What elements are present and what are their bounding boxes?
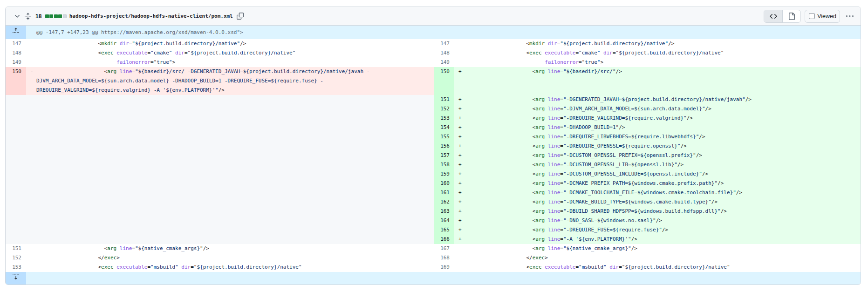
viewed-toggle[interactable]: Viewed <box>805 10 840 23</box>
left-code-empty <box>26 114 434 123</box>
rich-diff-view-button[interactable] <box>782 10 800 22</box>
left-line-number[interactable]: 147 <box>6 39 26 48</box>
code-line: <exec executable="cmake" dir="${project.… <box>36 48 429 58</box>
diffstat-square-added <box>54 14 58 18</box>
code-line: <arg line="${basedir}/src/"/> <box>465 67 856 76</box>
diff-view-segmented-control <box>764 10 801 23</box>
viewed-checkbox[interactable] <box>809 13 815 19</box>
left-line-number[interactable]: 153 <box>6 263 26 272</box>
right-line-number[interactable]: 168 <box>434 253 454 263</box>
right-line-number[interactable]: 165 <box>434 225 454 235</box>
code-line: </exec> <box>465 253 856 263</box>
diff-marker: + <box>458 197 462 207</box>
left-line-number[interactable]: 152 <box>6 253 26 263</box>
left-line-number <box>6 207 26 216</box>
left-line-number[interactable]: 151 <box>6 244 26 253</box>
right-line-number[interactable]: 167 <box>434 244 454 253</box>
right-line-number[interactable]: 164 <box>434 216 454 225</box>
diff-file-header: 18 hadoop-hdfs-project/hadoop-hdfs-nativ… <box>6 7 861 26</box>
kebab-horizontal-icon <box>846 13 854 20</box>
collapse-file-button[interactable] <box>14 13 21 20</box>
left-code-empty <box>26 179 434 188</box>
right-line-number[interactable]: 148 <box>434 48 454 58</box>
left-code-context: failonerror="true"> <box>26 58 434 67</box>
diff-row: 155+ <arg line="-DREQUIRE_LIBWEBHDFS=${r… <box>6 132 861 142</box>
expand-hunk-down-button[interactable] <box>6 272 26 284</box>
right-line-number[interactable]: 159 <box>434 169 454 179</box>
right-code-addition: + <arg line="-DREQUIRE_LIBWEBHDFS=${requ… <box>454 132 861 142</box>
left-line-number <box>6 197 26 207</box>
code-line: <arg line="${native_cmake_args}"/> <box>465 244 856 253</box>
code-line: <mkdir dir="${project.build.directory}/n… <box>36 39 429 48</box>
hunk-header-text: @@ -147,7 +147,23 @@ https://maven.apach… <box>26 26 861 39</box>
right-line-number[interactable]: 169 <box>434 263 454 272</box>
source-view-button[interactable] <box>764 10 782 22</box>
left-line-number <box>6 225 26 235</box>
right-code-addition: + <arg line="-DJVM_ARCH_DATA_MODEL=${sun… <box>454 104 861 114</box>
code-line: <arg line="-DHADOOP_BUILD=1"/> <box>465 123 856 132</box>
split-diff-table: @@ -147,7 +147,23 @@ https://maven.apach… <box>6 26 861 284</box>
left-line-number[interactable]: 149 <box>6 58 26 67</box>
diff-row: 163+ <arg line="-DBUILD_SHARED_HDFSPP=${… <box>6 207 861 216</box>
right-line-number[interactable]: 155 <box>434 132 454 142</box>
left-line-number[interactable]: 150 <box>6 67 26 95</box>
code-line: failonerror="true"> <box>36 58 429 67</box>
diff-row: 150- <arg line="${basedir}/src/ -DGENERA… <box>6 67 861 95</box>
right-line-number[interactable]: 149 <box>434 58 454 67</box>
left-code-empty <box>26 132 434 142</box>
file-options-button[interactable] <box>844 10 856 22</box>
code-line: <arg line="-DBUILD_SHARED_HDFSPP=${windo… <box>465 207 856 216</box>
left-code-empty <box>26 151 434 160</box>
code-line: <arg line="${basedir}/src/ -DGENERATED_J… <box>36 67 429 95</box>
right-line-number[interactable]: 166 <box>434 235 454 244</box>
right-line-number[interactable]: 151 <box>434 95 454 104</box>
diff-row: 152+ <arg line="-DJVM_ARCH_DATA_MODEL=${… <box>6 104 861 114</box>
left-line-number <box>6 104 26 114</box>
right-line-number[interactable]: 158 <box>434 160 454 169</box>
right-line-number[interactable]: 162 <box>434 197 454 207</box>
code-line: <arg line="-A '${env.PLATFORM}'"/> <box>465 235 856 244</box>
right-code-addition: + <arg line="-DREQUIRE_FUSE=${require.fu… <box>454 225 861 235</box>
diff-marker: + <box>458 114 462 123</box>
copy-path-button[interactable] <box>237 13 244 20</box>
left-line-number <box>6 132 26 142</box>
right-line-number[interactable]: 150 <box>434 67 454 95</box>
code-line: <arg line="-DGENERATED_JAVAH=${project.b… <box>465 95 856 104</box>
right-line-number[interactable]: 157 <box>434 151 454 160</box>
code-line: </exec> <box>36 253 429 263</box>
right-line-number[interactable]: 147 <box>434 39 454 48</box>
file-icon <box>788 13 795 20</box>
right-line-number[interactable]: 153 <box>434 114 454 123</box>
diff-marker: + <box>458 132 462 142</box>
code-line: <exec executable="msbuild" dir="${projec… <box>36 263 429 272</box>
code-line: <arg line="-DJVM_ARCH_DATA_MODEL=${sun.a… <box>465 104 856 114</box>
left-code-context: <mkdir dir="${project.build.directory}/n… <box>26 39 434 48</box>
file-path[interactable]: hadoop-hdfs-project/hadoop-hdfs-native-c… <box>69 13 233 19</box>
viewed-label: Viewed <box>817 13 836 20</box>
fold-up-icon <box>12 27 20 38</box>
diffstat-square-added <box>49 14 53 18</box>
diff-marker: + <box>458 188 462 197</box>
code-line: <exec executable="cmake" dir="${project.… <box>465 48 856 58</box>
left-code-empty <box>26 207 434 216</box>
fold-down-icon <box>12 273 20 284</box>
right-line-number[interactable]: 160 <box>434 179 454 188</box>
right-line-number[interactable]: 161 <box>434 188 454 197</box>
right-code-context: <exec executable="msbuild" dir="${projec… <box>454 263 861 272</box>
left-line-number <box>6 235 26 244</box>
right-line-number[interactable]: 163 <box>434 207 454 216</box>
left-line-number <box>6 188 26 197</box>
right-code-addition: + <arg line="-DREQUIRE_VALGRIND=${requir… <box>454 114 861 123</box>
right-line-number[interactable]: 154 <box>434 123 454 132</box>
expand-hunk-up-button[interactable] <box>6 26 26 39</box>
right-line-number[interactable]: 152 <box>434 104 454 114</box>
code-line: <mkdir dir="${project.build.directory}/n… <box>465 39 856 48</box>
left-line-number[interactable]: 148 <box>6 48 26 58</box>
right-code-addition: + <arg line="-DCMAKE_BUILD_TYPE=${window… <box>454 197 861 207</box>
code-icon <box>770 13 777 20</box>
right-code-addition: + <arg line="-DCUSTOM_OPENSSL_LIB=${open… <box>454 160 861 169</box>
left-line-number <box>6 142 26 151</box>
expand-all-hunks-button[interactable] <box>24 13 32 20</box>
unfold-icon <box>24 13 32 20</box>
right-line-number[interactable]: 156 <box>434 142 454 151</box>
